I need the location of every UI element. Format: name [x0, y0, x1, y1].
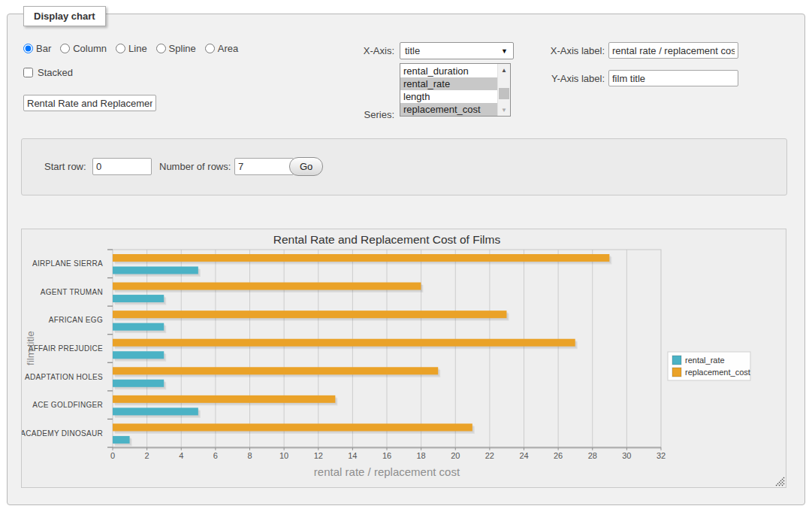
chart-type-radio-column[interactable]	[60, 44, 70, 53]
svg-text:14: 14	[348, 451, 357, 460]
svg-text:film title: film title	[25, 331, 36, 365]
chart-resize-handle-icon[interactable]	[779, 480, 784, 486]
scrollbar-up-arrow-icon[interactable]: ▲	[498, 64, 510, 76]
select-dropdown-arrow-icon: ▼	[501, 47, 508, 55]
svg-text:4: 4	[179, 451, 183, 460]
svg-text:10: 10	[279, 451, 288, 460]
svg-text:26: 26	[554, 451, 563, 460]
series-label: Series:	[349, 109, 394, 120]
chart-type-radio-area[interactable]	[205, 44, 215, 53]
svg-text:AFFAIR PREJUDICE: AFFAIR PREJUDICE	[29, 344, 103, 353]
go-button[interactable]: Go	[289, 157, 323, 176]
svg-text:22: 22	[485, 451, 494, 460]
svg-text:AIRPLANE SIERRA: AIRPLANE SIERRA	[32, 259, 103, 268]
x-axis-select[interactable]: title ▼	[400, 42, 514, 59]
svg-text:6: 6	[213, 451, 218, 460]
svg-text:28: 28	[588, 451, 597, 460]
chart-type-label: Line	[128, 43, 147, 54]
chart-type-radio-line[interactable]	[116, 44, 125, 53]
chart-type-line[interactable]: Line	[116, 43, 147, 54]
start-row-label: Start row:	[44, 161, 86, 172]
series-multiselect[interactable]: rental_durationrental_ratelengthreplacem…	[400, 63, 511, 117]
svg-text:2: 2	[145, 451, 149, 460]
chart-type-label: Bar	[36, 43, 51, 54]
stacked-label: Stacked	[38, 67, 73, 78]
svg-text:12: 12	[314, 451, 323, 460]
x-axis-select-value: title	[405, 45, 420, 56]
chart-resize-handle-icon[interactable]	[782, 483, 784, 486]
svg-text:ACE GOLDFINGER: ACE GOLDFINGER	[32, 401, 103, 409]
svg-text:30: 30	[622, 451, 631, 460]
y-axis-label-input[interactable]	[608, 70, 738, 86]
display-chart-fieldset: Display chart BarColumnLineSplineArea St…	[7, 14, 805, 505]
chart-svg: Rental Rate and Replacement Cost of Film…	[22, 229, 786, 487]
svg-text:16: 16	[382, 451, 391, 460]
svg-text:32: 32	[657, 451, 666, 460]
chart-resize-handle-icon[interactable]	[776, 477, 784, 486]
svg-text:0: 0	[110, 451, 115, 460]
svg-text:ACADEMY DINOSAUR: ACADEMY DINOSAUR	[22, 429, 103, 438]
chart-title-input[interactable]	[23, 95, 156, 111]
svg-text:8: 8	[247, 451, 252, 460]
page: Display chart BarColumnLineSplineArea St…	[0, 0, 812, 512]
chart-type-label: Column	[73, 43, 107, 54]
num-rows-label: Number of rows:	[159, 161, 231, 172]
series-option-rental_rate[interactable]: rental_rate	[400, 77, 497, 90]
stacked-row: Stacked	[23, 67, 73, 78]
row-range-fieldset: Start row: Number of rows: Go	[21, 138, 787, 195]
stacked-checkbox[interactable]	[23, 68, 33, 77]
svg-text:18: 18	[417, 451, 426, 460]
start-row-input[interactable]	[92, 158, 152, 175]
chart-type-area[interactable]: Area	[205, 43, 238, 54]
svg-text:replacement_cost: replacement_cost	[685, 368, 750, 377]
y-axis-text-label: Y-Axis label:	[542, 73, 605, 84]
chart-type-radio-group: BarColumnLineSplineArea	[23, 43, 244, 54]
svg-text:AGENT TRUMAN: AGENT TRUMAN	[41, 288, 103, 296]
x-axis-label-input[interactable]	[608, 42, 738, 59]
svg-text:24: 24	[519, 451, 528, 460]
chart-type-label: Area	[218, 43, 238, 54]
chart-type-spline[interactable]: Spline	[156, 43, 196, 54]
series-option-rental_duration[interactable]: rental_duration	[400, 65, 497, 77]
chart-type-column[interactable]: Column	[60, 43, 107, 54]
svg-text:AFRICAN EGG: AFRICAN EGG	[49, 316, 103, 324]
chart-type-radio-spline[interactable]	[156, 44, 166, 53]
x-axis-text-label: X-Axis label:	[542, 45, 605, 56]
scrollbar-thumb[interactable]	[499, 88, 509, 99]
series-option-length[interactable]: length	[400, 90, 497, 103]
chart-type-label: Spline	[169, 43, 196, 54]
chart-type-bar[interactable]: Bar	[23, 43, 51, 54]
x-axis-label: X-Axis:	[349, 45, 394, 56]
svg-text:Rental Rate and Replacement Co: Rental Rate and Replacement Cost of Film…	[273, 233, 501, 246]
scrollbar-down-arrow-icon[interactable]: ▼	[498, 104, 510, 116]
svg-text:20: 20	[451, 451, 460, 460]
num-rows-input[interactable]	[234, 158, 294, 175]
chart-panel: Rental Rate and Replacement Cost of Film…	[21, 229, 786, 488]
svg-text:ADAPTATION HOLES: ADAPTATION HOLES	[25, 373, 103, 381]
series-scrollbar[interactable]: ▲ ▼	[497, 64, 510, 116]
svg-text:rental_rate: rental_rate	[685, 356, 725, 365]
svg-text:rental rate / replacement cost: rental rate / replacement cost	[314, 465, 460, 478]
fieldset-legend: Display chart	[23, 6, 106, 26]
series-option-replacement_cost[interactable]: replacement_cost	[400, 103, 497, 116]
chart-type-radio-bar[interactable]	[23, 44, 33, 53]
